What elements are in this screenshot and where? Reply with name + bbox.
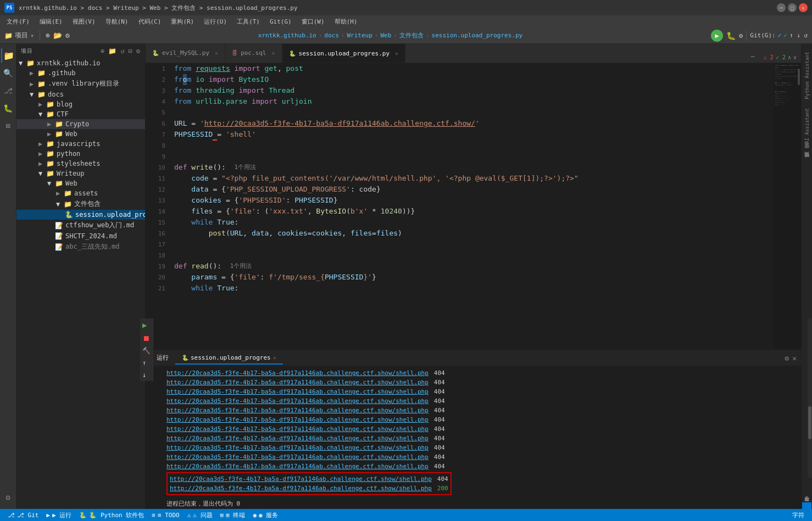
tree-writeup[interactable]: ▼ 📁 Writeup	[16, 169, 145, 178]
statusbar-problems[interactable]: ⚠ ⚠ 问题	[184, 509, 216, 521]
maximize-button[interactable]: □	[788, 3, 797, 12]
run-line-11[interactable]: http://20caa3d5-f3fe-4b17-ba5a-df917a114…	[166, 462, 797, 471]
run-line-7[interactable]: http://20caa3d5-f3fe-4b17-ba5a-df917a114…	[166, 424, 797, 434]
run-url-8[interactable]: http://20caa3d5-f3fe-4b17-ba5a-df917a114…	[166, 435, 429, 442]
statusbar-python[interactable]: 🐍 🐍 Python 软件包	[76, 509, 147, 521]
menu-git[interactable]: Git(G)	[265, 17, 296, 26]
run-line-2[interactable]: http://20caa3d5-f3fe-4b17-ba5a-df917a114…	[166, 378, 797, 387]
tree-web-ctf[interactable]: ▶ 📁 Web	[16, 129, 145, 139]
run-line-highlighted-1[interactable]: http://20caa3d5-f3fe-4b17-ba5a-df917a114…	[170, 474, 448, 484]
run-line-3[interactable]: http://20caa3d5-f3fe-4b17-ba5a-df917a114…	[166, 387, 797, 396]
tab-evil-mysql[interactable]: 🐍 evil_MySQL.py ✕	[146, 44, 225, 63]
run-line-highlighted-2[interactable]: http://20caa3d5-f3fe-4b17-ba5a-df917a114…	[170, 484, 448, 493]
sidebar-new-file-icon[interactable]: ⊕	[101, 47, 105, 55]
project-dropdown-icon[interactable]: ▾	[30, 32, 34, 40]
run-line-8[interactable]: http://20caa3d5-f3fe-4b17-ba5a-df917a114…	[166, 434, 797, 443]
debug-button[interactable]: 🐛	[726, 31, 736, 40]
menu-tools[interactable]: 工具(T)	[232, 16, 264, 27]
tree-ctfshow[interactable]: 📝 ctfshow_web入门.md	[16, 220, 145, 231]
bottom-settings-icon[interactable]: ⚙	[785, 354, 789, 362]
run-line-1[interactable]: http://20caa3d5-f3fe-4b17-ba5a-df917a114…	[166, 368, 797, 378]
run-url-h1[interactable]: http://20caa3d5-f3fe-4b17-ba5a-df917a114…	[170, 475, 432, 483]
statusbar-services[interactable]: ◉ ◉ 服务	[249, 509, 281, 521]
tree-session-file[interactable]: 🐍 session.upload_progres.py	[16, 210, 145, 220]
run-scroll-down-btn[interactable]: ↓	[146, 370, 152, 380]
run-url-h2[interactable]: http://20caa3d5-f3fe-4b17-ba5a-df917a114…	[170, 485, 432, 492]
menu-nav[interactable]: 导航(N)	[101, 16, 133, 27]
run-line-5[interactable]: http://20caa3d5-f3fe-4b17-ba5a-df917a114…	[166, 406, 797, 415]
tree-ctf[interactable]: ▼ 📁 CTF	[16, 109, 145, 119]
tree-wenbao[interactable]: ▼ 📁 文件包含	[16, 198, 145, 210]
run-url-5[interactable]: http://20caa3d5-f3fe-4b17-ba5a-df917a114…	[166, 407, 429, 414]
tree-python[interactable]: ▶ 📁 python	[16, 149, 145, 159]
tab-session-close[interactable]: ✕	[395, 51, 398, 57]
run-scroll-up-btn[interactable]: ↑	[146, 366, 152, 368]
activity-search-icon[interactable]: 🔍	[1, 66, 15, 80]
tree-github[interactable]: ▶ 📁 .github	[16, 68, 145, 78]
run-line-10[interactable]: http://20caa3d5-f3fe-4b17-ba5a-df917a114…	[166, 452, 797, 462]
run-url-1[interactable]: http://20caa3d5-f3fe-4b17-ba5a-df917a114…	[166, 369, 429, 377]
sidebar-new-folder-icon[interactable]: 📁	[108, 47, 117, 55]
tree-root[interactable]: ▼ 📁 xrntkk.github.io	[16, 58, 145, 68]
sidebar-refresh-icon[interactable]: ↺	[120, 47, 125, 55]
activity-settings-icon[interactable]: ⚙	[1, 490, 15, 505]
right-panel-commit[interactable]: 提交	[802, 149, 811, 156]
activity-explorer-icon[interactable]: 📁	[1, 48, 15, 63]
run-config-icon[interactable]: ⚙	[739, 32, 743, 40]
tab-session-active[interactable]: 🐍 session.upload_progres.py ✕	[282, 44, 406, 63]
run-url-6[interactable]: http://20caa3d5-f3fe-4b17-ba5a-df917a114…	[166, 416, 429, 423]
code-content-area[interactable]: from requests import get, post from io i…	[170, 63, 774, 350]
menu-run[interactable]: 运行(U)	[199, 16, 231, 27]
menu-file[interactable]: 文件(F)	[2, 16, 34, 27]
menu-edit[interactable]: 编辑(E)	[35, 16, 67, 27]
tree-blog[interactable]: ▶ 📁 blog	[16, 99, 145, 109]
run-url-4[interactable]: http://20caa3d5-f3fe-4b17-ba5a-df917a114…	[166, 397, 429, 405]
run-url-10[interactable]: http://20caa3d5-f3fe-4b17-ba5a-df917a114…	[166, 453, 429, 461]
statusbar-terminal[interactable]: ⊞ ⊞ 终端	[217, 509, 249, 521]
statusbar-git[interactable]: ⎇ ⎇ Git	[4, 509, 42, 521]
run-url-2[interactable]: http://20caa3d5-f3fe-4b17-ba5a-df917a114…	[166, 379, 429, 386]
run-button[interactable]: ▶	[711, 30, 723, 42]
run-url-9[interactable]: http://20caa3d5-f3fe-4b17-ba5a-df917a114…	[166, 444, 429, 451]
right-panel-ai-assistant[interactable]: AI Assistant	[803, 105, 811, 147]
tree-stylesheets[interactable]: ▶ 📁 stylesheets	[16, 159, 145, 169]
run-url-7[interactable]: http://20caa3d5-f3fe-4b17-ba5a-df917a114…	[166, 425, 429, 433]
tabs-more-button[interactable]: ⋯	[747, 51, 759, 63]
tree-assets[interactable]: ▶ 📁 assets	[16, 188, 145, 198]
sidebar-settings-icon2[interactable]: ⚙	[136, 47, 141, 55]
right-panel-python-assistant[interactable]: Python Assistant	[803, 48, 811, 103]
run-url-11[interactable]: http://20caa3d5-f3fe-4b17-ba5a-df917a114…	[166, 463, 429, 470]
git-branch-label[interactable]: Git(G): ✓ ✓ ↑ ↓ ↺	[750, 32, 808, 39]
btab-run[interactable]: 运行	[150, 351, 175, 365]
run-line-9[interactable]: http://20caa3d5-f3fe-4b17-ba5a-df917a114…	[166, 443, 797, 452]
run-line-4[interactable]: http://20caa3d5-f3fe-4b17-ba5a-df917a114…	[166, 396, 797, 406]
tree-venv[interactable]: ▶ 📁 .venv library根目录	[16, 78, 145, 89]
right-panel-chars[interactable]: 字符	[802, 502, 811, 509]
close-button[interactable]: ✕	[799, 3, 808, 12]
btab-session[interactable]: 🐍 session.upload_progres ✕	[175, 352, 283, 365]
minimize-button[interactable]: ─	[777, 3, 786, 12]
tree-crypto[interactable]: ▶ 📁 Crypto	[16, 119, 145, 129]
sidebar-collapse-icon[interactable]: ⊟	[129, 47, 133, 55]
tree-javascripts[interactable]: ▶ 📁 javascripts	[16, 139, 145, 149]
activity-debug-icon[interactable]: 🐛	[1, 101, 15, 115]
tab-evil-mysql-close[interactable]: ✕	[215, 50, 218, 56]
tab-poc-sql[interactable]: 🗄 poc.sql ✕	[225, 44, 282, 63]
menu-code[interactable]: 代码(C)	[134, 16, 166, 27]
tree-shctf[interactable]: 📝 SHCTF_2024.md	[16, 231, 145, 241]
menu-window[interactable]: 窗口(W)	[297, 16, 329, 27]
statusbar-todo[interactable]: ≡ ≡ TODO	[148, 509, 182, 521]
activity-extensions-icon[interactable]: ⊞	[1, 119, 15, 133]
statusbar-run[interactable]: ▶ ▶ 运行	[43, 509, 75, 521]
tree-writeup-web[interactable]: ▼ 📁 Web	[16, 178, 145, 188]
tab-poc-sql-close[interactable]: ✕	[271, 50, 275, 56]
right-panel-commit2[interactable]: 提交说明	[802, 158, 811, 165]
menu-view[interactable]: 视图(V)	[68, 16, 100, 27]
activity-git-icon[interactable]: ⎇	[1, 83, 15, 98]
bottom-close-icon[interactable]: ✕	[792, 354, 797, 362]
run-line-6[interactable]: http://20caa3d5-f3fe-4b17-ba5a-df917a114…	[166, 415, 797, 424]
settings-icon[interactable]: ⚙	[65, 31, 70, 40]
statusbar-chars[interactable]: 字符	[789, 509, 808, 521]
menu-help[interactable]: 帮助(H)	[330, 16, 362, 27]
tree-docs[interactable]: ▼ 📁 docs	[16, 89, 145, 99]
